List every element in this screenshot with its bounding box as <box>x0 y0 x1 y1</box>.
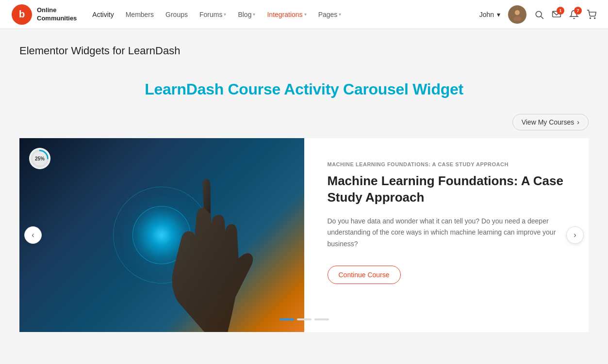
course-image-placeholder <box>19 138 304 332</box>
main-nav: b Online Communities Activity Members Gr… <box>0 0 608 29</box>
avatar[interactable] <box>508 5 526 24</box>
widget-section: LearnDash Course Activity Carousel Widge… <box>19 80 589 332</box>
svg-point-3 <box>513 16 521 21</box>
page-title: Elementor Widgets for LearnDash <box>19 45 589 57</box>
forums-chevron: ▾ <box>224 12 226 17</box>
carousel-dot-2[interactable] <box>297 318 312 320</box>
search-button[interactable] <box>534 10 544 19</box>
brand-logo[interactable]: b Online Communities <box>12 4 77 25</box>
view-my-courses-button[interactable]: View My Courses › <box>512 114 589 130</box>
nav-forums[interactable]: Forums ▾ <box>199 11 226 18</box>
blog-chevron: ▾ <box>253 12 255 17</box>
carousel-dot-1[interactable] <box>279 318 294 320</box>
pages-chevron: ▾ <box>339 12 341 17</box>
nav-activity[interactable]: Activity <box>92 11 114 18</box>
brand-name: Online Communities <box>37 6 77 23</box>
nav-blog[interactable]: Blog ▾ <box>238 11 255 18</box>
carousel-dots <box>279 311 329 324</box>
carousel-content: MACHINE LEARNING FOUNDATIONS: A CASE STU… <box>304 138 589 332</box>
carousel-prev-button[interactable]: ‹ <box>24 226 42 244</box>
nav-links: Activity Members Groups Forums ▾ Blog ▾ … <box>92 11 479 18</box>
carousel: ‹ <box>19 138 589 332</box>
user-menu[interactable]: John ▾ <box>479 11 500 18</box>
brand-icon: b <box>12 4 32 25</box>
svg-point-7 <box>590 17 591 18</box>
course-category: MACHINE LEARNING FOUNDATIONS: A CASE STU… <box>328 161 566 167</box>
carousel-image: 25% <box>19 138 304 332</box>
continue-course-button[interactable]: Continue Course <box>328 266 401 284</box>
hand-svg <box>105 177 304 332</box>
nav-pages[interactable]: Pages ▾ <box>318 11 342 18</box>
course-title: Machine Learning Foundations: A Case Stu… <box>328 173 566 206</box>
page-wrapper: Elementor Widgets for LearnDash LearnDas… <box>0 29 608 364</box>
notifications-badge: 7 <box>574 7 582 15</box>
carousel-next-button[interactable]: › <box>566 226 584 244</box>
svg-point-2 <box>515 10 520 15</box>
user-chevron: ▾ <box>497 11 500 18</box>
view-my-courses-chevron: › <box>577 118 579 126</box>
integrations-chevron: ▾ <box>304 12 307 17</box>
cart-button[interactable] <box>587 10 596 19</box>
messages-button[interactable]: 1 <box>552 10 561 19</box>
notifications-button[interactable]: 7 <box>569 10 579 19</box>
nav-right: John ▾ 1 <box>479 5 596 24</box>
nav-groups[interactable]: Groups <box>165 11 188 18</box>
nav-members[interactable]: Members <box>126 11 154 18</box>
widget-heading: LearnDash Course Activity Carousel Widge… <box>19 80 589 98</box>
nav-integrations[interactable]: Integrations ▾ <box>267 11 306 18</box>
svg-line-5 <box>541 16 543 18</box>
progress-badge: 25% <box>29 148 50 169</box>
svg-point-8 <box>594 17 595 18</box>
messages-badge: 1 <box>557 7 564 15</box>
carousel-dot-3[interactable] <box>314 318 329 320</box>
course-description: Do you have data and wonder what it can … <box>328 216 566 250</box>
view-my-courses-row: View My Courses › <box>19 114 589 130</box>
